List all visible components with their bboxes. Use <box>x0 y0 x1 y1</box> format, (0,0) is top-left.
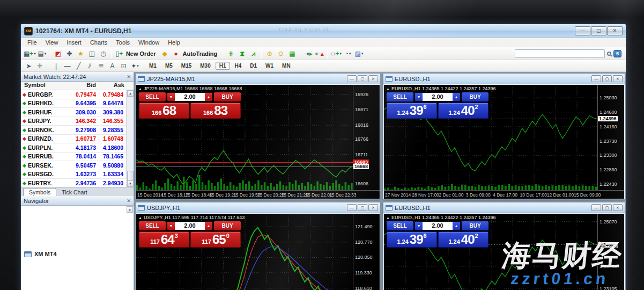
menu-insert[interactable]: Insert <box>62 39 86 46</box>
sell-button[interactable]: SELL <box>387 92 413 102</box>
volume-stepper[interactable]: ▼2.00▲ <box>167 221 213 230</box>
sell-button[interactable]: SELL <box>387 221 413 230</box>
new-order-button[interactable]: New Order <box>126 50 156 57</box>
menu-view[interactable]: View <box>41 39 63 46</box>
volume-increase-button[interactable]: ▲ <box>205 222 212 230</box>
chart-title-bar[interactable]: JP225-MAR15,M1—▢✕ <box>136 74 380 84</box>
market-watch-row[interactable]: ◆EURHKD.9.643959.64478 <box>21 99 134 108</box>
volume-increase-button[interactable]: ▲ <box>453 93 460 101</box>
expand-triangle-icon[interactable]: ▲ <box>386 216 390 220</box>
chart-minimize-button[interactable]: — <box>347 75 357 82</box>
channel-icon[interactable]: ⫽ <box>85 61 95 71</box>
minimize-button[interactable]: — <box>575 26 590 35</box>
zoom-out-icon[interactable]: ⊖ <box>276 49 286 59</box>
scroll-down-arrow[interactable]: ▼ <box>127 180 134 187</box>
trendline-icon[interactable]: ╱ <box>73 61 84 71</box>
templates-icon[interactable]: ▨▾ <box>354 49 364 59</box>
text-label-icon[interactable]: ⊡ <box>119 61 129 71</box>
tile-windows-icon[interactable]: ▦ <box>287 49 297 59</box>
timeframe-h1[interactable]: H1 <box>216 62 230 70</box>
timeframe-m1[interactable]: M1 <box>145 62 160 70</box>
text-icon[interactable]: A <box>107 61 117 71</box>
auto-scroll-icon[interactable]: ⇥▸ <box>303 49 313 59</box>
mql5-community-icon[interactable]: 5 <box>613 50 621 57</box>
close-button[interactable]: ✕ <box>607 26 623 35</box>
tab-tick-chart[interactable]: Tick Chart <box>56 189 92 196</box>
expand-triangle-icon[interactable]: ▲ <box>138 87 142 91</box>
buy-button[interactable]: BUY <box>214 92 241 102</box>
chart-title-bar[interactable]: EURUSD.,H1—▢✕ <box>383 202 625 213</box>
volume-value[interactable]: 2.00 <box>175 93 205 101</box>
timeframe-w1[interactable]: W1 <box>262 62 277 70</box>
chart-minimize-button[interactable]: — <box>347 204 357 211</box>
column-bid[interactable]: Bid <box>68 82 96 90</box>
search-input[interactable] <box>515 49 605 58</box>
market-watch-row[interactable]: ◆EURJPY.146.342146.355 <box>21 117 134 126</box>
sell-price-button[interactable]: 1.24396 <box>387 103 437 119</box>
vertical-line-icon[interactable]: | <box>51 61 61 71</box>
strategy-tester-icon[interactable]: ◷ <box>98 49 108 59</box>
new-chart-icon[interactable]: ▦+▾ <box>24 49 36 59</box>
sell-button[interactable]: SELL <box>139 92 166 102</box>
market-watch-row[interactable]: ◆EURSEK.9.504579.50880 <box>21 161 134 170</box>
chart-restore-button[interactable]: ▢ <box>358 204 367 211</box>
chart-restore-button[interactable]: ▢ <box>358 75 367 82</box>
volume-decrease-button[interactable]: ▼ <box>167 222 175 230</box>
navigator-toggle-icon[interactable]: ★ <box>76 49 86 59</box>
expand-triangle-icon[interactable]: ▲ <box>386 87 390 91</box>
periods-icon[interactable]: ◔▾ <box>343 49 353 59</box>
buy-price-button[interactable]: 1.24402 <box>438 231 488 248</box>
chart-title-bar[interactable]: EURUSD.,H1—▢✕ <box>383 74 625 84</box>
market-watch-row[interactable]: ◆EURHUF.309.030309.380 <box>21 108 134 117</box>
chart-close-button[interactable]: ✕ <box>368 204 378 211</box>
new-order-icon[interactable]: ▯+ <box>114 49 124 59</box>
buy-button[interactable]: BUY <box>462 92 488 102</box>
buy-price-button[interactable]: 117650 <box>190 231 241 248</box>
market-watch-toggle-icon[interactable]: ◩ <box>53 49 63 59</box>
navigator-scroll-up[interactable]: ▲ <box>127 206 133 213</box>
market-watch-row[interactable]: ◆EURNZD.1.607171.60748 <box>21 135 134 144</box>
profiles-icon[interactable]: ▤▾ <box>37 49 47 59</box>
sell-price-button[interactable]: 16668 <box>139 103 189 119</box>
fibonacci-icon[interactable]: ≣ <box>96 61 106 71</box>
market-watch-row[interactable]: ◆EURRUB.78.041478.1465 <box>21 153 134 162</box>
cursor-icon[interactable]: ➤ <box>24 61 34 71</box>
timeframe-mn[interactable]: MN <box>278 62 294 70</box>
timeframe-m30[interactable]: M30 <box>196 62 214 70</box>
autotrading-button[interactable]: AutoTrading <box>183 50 218 57</box>
volume-value[interactable]: 2.00 <box>423 93 453 101</box>
chart-close-button[interactable]: ✕ <box>368 75 378 82</box>
chart-title-bar[interactable]: USDJPY.,H1—▢✕ <box>136 202 380 213</box>
bar-chart-icon[interactable]: ⟊⟊ <box>226 49 236 59</box>
navigator-close-icon[interactable]: ✕ <box>127 198 131 204</box>
timeframe-m15[interactable]: M15 <box>177 62 195 70</box>
volume-stepper[interactable]: ▼2.00▲ <box>414 221 461 230</box>
chart-restore-button[interactable]: ▢ <box>602 75 612 82</box>
volume-increase-button[interactable]: ▲ <box>205 93 212 101</box>
horizontal-line-icon[interactable]: — <box>62 61 72 71</box>
navigator-header[interactable]: Navigator ✕ <box>21 196 134 206</box>
timeframe-m5[interactable]: M5 <box>161 62 176 70</box>
menu-tools[interactable]: Tools <box>112 39 134 46</box>
timeframe-d1[interactable]: D1 <box>246 62 261 70</box>
volume-value[interactable]: 2.00 <box>423 222 453 230</box>
sell-price-button[interactable]: 1.24396 <box>387 231 437 248</box>
menu-file[interactable]: File <box>23 39 41 46</box>
market-watch-scrollbar[interactable]: ▲ ▼ <box>126 90 134 187</box>
timeframe-h4[interactable]: H4 <box>231 62 246 70</box>
search-icon[interactable] <box>607 52 611 56</box>
market-watch-header[interactable]: Market Watch: 22:47:24 ✕ <box>21 72 134 82</box>
tab-symbols[interactable]: Symbols <box>23 188 56 196</box>
crosshair-icon[interactable]: ✛ <box>35 61 45 71</box>
buy-button[interactable]: BUY <box>462 221 488 230</box>
column-symbol[interactable]: Symbol <box>21 82 68 90</box>
scroll-up-arrow[interactable]: ▲ <box>127 90 134 97</box>
autotrading-icon[interactable]: ● <box>171 49 181 59</box>
chart-close-button[interactable]: ✕ <box>613 204 623 211</box>
chart-minimize-button[interactable]: — <box>591 75 601 82</box>
expand-triangle-icon[interactable]: ▲ <box>138 216 142 220</box>
buy-price-button[interactable]: 1.24402 <box>438 103 488 119</box>
volume-stepper[interactable]: ▼2.00▲ <box>414 92 461 102</box>
chart-restore-button[interactable]: ▢ <box>602 204 612 211</box>
market-watch-row[interactable]: ◆EURGBP.0.794740.79484 <box>21 90 134 99</box>
